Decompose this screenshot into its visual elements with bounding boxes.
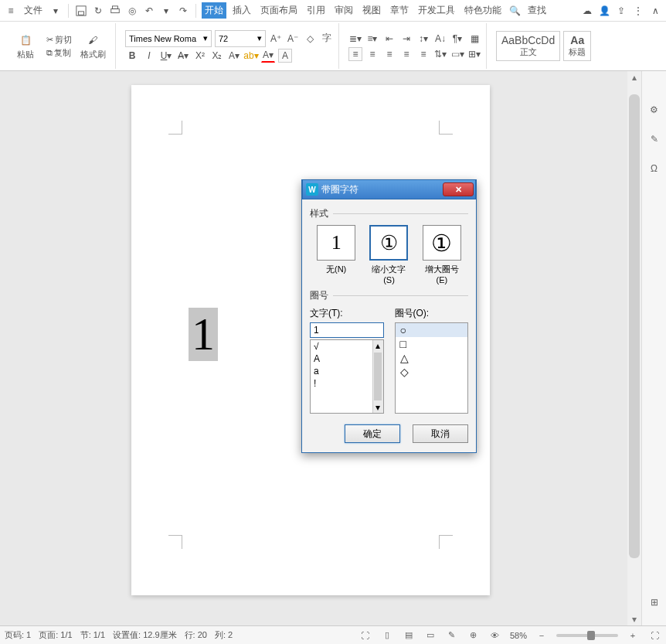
undo-dropdown-icon[interactable]: ▾	[158, 3, 174, 19]
zoom-out-icon[interactable]: −	[535, 629, 549, 642]
enclosed-char-icon[interactable]: 字	[320, 32, 334, 46]
shape-listbox[interactable]: ○ □ △ ◇	[395, 322, 469, 414]
style-normal[interactable]: AaBbCcDd 正文	[496, 31, 560, 61]
shape-square[interactable]: □	[396, 337, 468, 351]
status-col[interactable]: 列: 2	[215, 629, 233, 641]
shape-diamond[interactable]: ◇	[396, 365, 468, 379]
eye-icon[interactable]: 👁	[488, 629, 502, 642]
text-listbox[interactable]: √ A a ! ▴▾	[310, 339, 384, 414]
clear-format-icon[interactable]: ◇	[303, 32, 317, 46]
save-icon[interactable]	[73, 3, 89, 19]
more-icon[interactable]: ⋮	[630, 3, 646, 19]
paste-button[interactable]: 📋 粘贴	[8, 32, 43, 60]
omega-panel-icon[interactable]: Ω	[647, 161, 662, 176]
dialog-titlebar[interactable]: W 带圈字符 ✕	[302, 179, 476, 199]
italic-icon[interactable]: I	[142, 49, 156, 63]
copy-button[interactable]: ⧉复制	[46, 47, 72, 59]
align-justify-icon[interactable]: ≡	[399, 47, 413, 61]
search-label[interactable]: 查找	[525, 2, 549, 19]
style-shrink[interactable]: ① 缩小文字(S)	[367, 225, 410, 285]
char-shade-icon[interactable]: A	[278, 49, 292, 63]
undo-icon[interactable]: ↶	[141, 3, 157, 19]
print-icon[interactable]	[107, 3, 123, 19]
sort-icon[interactable]: A↓	[433, 32, 447, 46]
tab-special[interactable]: 特色功能	[461, 2, 505, 19]
status-section[interactable]: 节: 1/1	[80, 629, 105, 641]
scroll-thumb[interactable]	[629, 94, 640, 558]
redo-icon[interactable]: ↷	[175, 3, 191, 19]
borders-icon[interactable]: ⊞▾	[467, 47, 481, 61]
zoom-knob[interactable]	[587, 631, 595, 640]
distribute-icon[interactable]: ≡	[416, 47, 430, 61]
indent-icon[interactable]: ⇥	[399, 32, 413, 46]
cut-button[interactable]: ✂剪切	[46, 34, 72, 46]
search-icon[interactable]: 🔍	[507, 3, 522, 19]
font-color-icon[interactable]: A▾	[261, 49, 275, 63]
zoom-in-icon[interactable]: +	[626, 629, 640, 642]
globe-icon[interactable]: ⊕	[467, 629, 481, 642]
pencil-panel-icon[interactable]: ✎	[647, 131, 662, 147]
style-none[interactable]: 1 无(N)	[314, 225, 358, 285]
outdent-icon[interactable]: ⇤	[382, 32, 396, 46]
grow-font-icon[interactable]: A⁺	[269, 32, 283, 46]
view-web-icon[interactable]: ▭	[423, 629, 437, 642]
shape-circle[interactable]: ○	[396, 323, 468, 337]
ok-button[interactable]: 确定	[345, 424, 400, 443]
numbering-icon[interactable]: ≡▾	[365, 32, 379, 46]
view-print-icon[interactable]: ▤	[402, 629, 416, 642]
para-icon[interactable]: ¶▾	[450, 32, 464, 46]
status-page-total[interactable]: 页面: 1/1	[39, 629, 72, 641]
fit-icon[interactable]: ⛶	[647, 629, 661, 642]
table-icon[interactable]: ▦	[467, 32, 481, 46]
align-right-icon[interactable]: ≡	[382, 47, 396, 61]
style-heading[interactable]: Aa 标题	[563, 31, 591, 61]
tab-review[interactable]: 审阅	[331, 2, 356, 19]
tab-insert[interactable]: 插入	[229, 2, 254, 19]
caps-icon[interactable]: A▾	[227, 49, 241, 63]
grid-panel-icon[interactable]: ⊞	[647, 595, 662, 610]
view-outline-icon[interactable]: ▯	[380, 629, 394, 642]
shape-triangle[interactable]: △	[396, 351, 468, 365]
shading-icon[interactable]: ▭▾	[450, 47, 464, 61]
save2-icon[interactable]: ↻	[90, 3, 106, 19]
close-button[interactable]: ✕	[443, 182, 474, 196]
user-icon[interactable]: 👤	[596, 3, 612, 19]
sub-icon[interactable]: X₂	[210, 49, 224, 63]
cancel-button[interactable]: 取消	[413, 424, 468, 443]
underline-icon[interactable]: U▾	[159, 49, 173, 63]
bold-icon[interactable]: B	[125, 49, 139, 63]
collapse-icon[interactable]: ∧	[647, 3, 663, 19]
track-icon[interactable]: ✎	[445, 629, 459, 642]
tab-start[interactable]: 开始	[202, 2, 226, 19]
style-enlarge[interactable]: ① 增大圈号(E)	[420, 225, 464, 285]
font-size-select[interactable]: 72▾	[215, 30, 266, 47]
tab-chapter[interactable]: 章节	[387, 2, 412, 19]
tab-pagelayout[interactable]: 页面布局	[257, 2, 301, 19]
preview-icon[interactable]: ◎	[124, 3, 140, 19]
scroll-down-icon[interactable]: ▾	[627, 613, 641, 625]
file-menu[interactable]: 文件	[21, 2, 46, 19]
shrink-font-icon[interactable]: A⁻	[286, 32, 300, 46]
text-input[interactable]	[310, 322, 384, 338]
align-center-icon[interactable]: ≡	[365, 47, 379, 61]
line-spacing-icon[interactable]: ⇅▾	[433, 47, 447, 61]
cloud-icon[interactable]: ☁	[579, 3, 595, 19]
highlight-icon[interactable]: ab▾	[244, 49, 258, 63]
align-left-icon[interactable]: ≡	[348, 47, 362, 61]
bullets-icon[interactable]: ≣▾	[348, 32, 362, 46]
sup-icon[interactable]: X²	[193, 49, 207, 63]
share-icon[interactable]: ⇪	[613, 3, 629, 19]
status-page-num[interactable]: 页码: 1	[5, 629, 31, 641]
zoom-slider[interactable]	[556, 634, 618, 637]
dropdown-icon[interactable]: ▾	[48, 3, 63, 19]
status-row[interactable]: 行: 20	[185, 629, 207, 641]
strike-icon[interactable]: A̶▾	[176, 49, 190, 63]
tab-view[interactable]: 视图	[359, 2, 384, 19]
format-painter-button[interactable]: 🖌 格式刷	[75, 32, 110, 60]
tab-reference[interactable]: 引用	[304, 2, 328, 19]
linespace-icon[interactable]: ↕▾	[416, 32, 430, 46]
vertical-scrollbar[interactable]: ▴ ▾	[627, 71, 641, 625]
listbox-scrollbar[interactable]: ▴▾	[372, 340, 383, 413]
tab-devtools[interactable]: 开发工具	[415, 2, 458, 19]
menu-icon[interactable]: ≡	[3, 3, 19, 19]
